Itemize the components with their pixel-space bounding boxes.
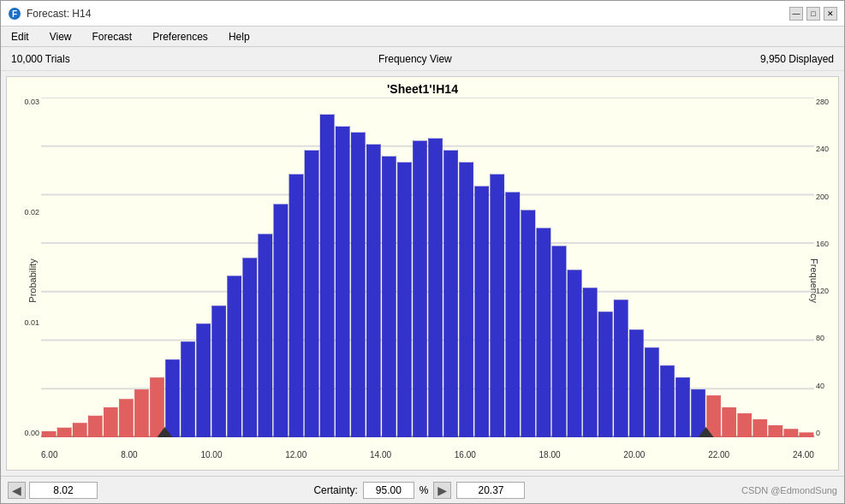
menu-item-view[interactable]: View	[46, 31, 75, 43]
histogram-bar	[73, 423, 86, 437]
histogram-bar	[723, 407, 736, 437]
chart-title: 'Sheet1'!H14	[7, 77, 838, 98]
histogram-bar	[800, 432, 813, 437]
histogram-bar	[366, 145, 380, 437]
chart-inner: Probability Frequency 0.03 0.02 0.01 0.0…	[7, 98, 838, 463]
certainty-input[interactable]	[363, 482, 414, 499]
histogram-bar	[197, 323, 211, 437]
histogram-bar	[382, 157, 396, 437]
histogram-bar	[568, 270, 581, 437]
displayed-count: 9,950 Displayed	[760, 53, 834, 65]
menu-item-forecast[interactable]: Forecast	[88, 31, 135, 43]
histogram-bar	[150, 377, 164, 437]
y-axis-right-ticks: 280 240 200 160 120 80 40 0	[816, 98, 838, 437]
histogram-bar	[614, 299, 628, 437]
histogram-bar	[212, 305, 226, 437]
stats-bar: 10,000 Trials Frequency View 9,950 Displ…	[1, 47, 844, 71]
histogram-bar	[784, 429, 798, 437]
histogram-bar	[583, 288, 597, 437]
histogram-bar	[443, 151, 457, 437]
histogram-bar	[691, 389, 705, 437]
x-axis-labels: 6.00 8.00 10.00 12.00 14.00 16.00 18.00 …	[41, 450, 814, 460]
histogram-bar	[274, 205, 288, 437]
histogram-bar	[181, 341, 194, 437]
histogram-bar	[351, 133, 365, 437]
title-bar: F Forecast: H14 — □ ✕	[1, 1, 844, 27]
maximize-button[interactable]: □	[806, 7, 820, 21]
bottom-left: ◀ 8.02	[8, 482, 98, 499]
bottom-right: CSDN @EdmondSung	[741, 485, 837, 495]
view-type: Frequency View	[378, 53, 452, 65]
close-button[interactable]: ✕	[824, 7, 837, 21]
histogram-bar	[259, 234, 272, 437]
nav-left-arrow[interactable]: ◀	[8, 482, 26, 499]
histogram-bar	[228, 276, 241, 437]
histogram-bar	[104, 407, 117, 437]
histogram-chart	[41, 98, 814, 437]
histogram-bar	[460, 163, 473, 437]
menu-item-edit[interactable]: Edit	[8, 31, 33, 43]
histogram-bar	[491, 175, 504, 437]
main-window: F Forecast: H14 — □ ✕ EditViewForecastPr…	[0, 0, 845, 504]
bottom-center: Certainty: % ◀ 20.37	[313, 482, 525, 499]
watermark-text: CSDN @EdmondSung	[741, 485, 837, 495]
histogram-bar	[413, 141, 426, 437]
histogram-bar	[753, 419, 767, 437]
window-controls: — □ ✕	[789, 7, 837, 21]
y-axis-left-ticks: 0.03 0.02 0.01 0.00	[12, 98, 39, 437]
histogram-bar	[598, 311, 612, 437]
histogram-bar	[42, 431, 56, 437]
histogram-bar	[537, 228, 550, 437]
trials-count: 10,000 Trials	[11, 53, 70, 65]
percent-label: %	[420, 484, 429, 496]
histogram-bar	[645, 347, 658, 437]
right-threshold-value[interactable]: 20.37	[456, 482, 525, 499]
chart-area: 'Sheet1'!H14 Probability Frequency 0.03 …	[6, 76, 839, 471]
histogram-bar	[289, 175, 303, 437]
histogram-bar	[134, 389, 148, 437]
histogram-bar	[552, 246, 566, 437]
minimize-button[interactable]: —	[789, 7, 803, 21]
histogram-bar	[397, 163, 411, 437]
title-bar-left: F Forecast: H14	[8, 7, 91, 21]
bottom-bar: ◀ 8.02 Certainty: % ◀ 20.37 CSDN @Edmond…	[1, 476, 844, 503]
histogram-bar	[88, 416, 102, 437]
histogram-bar	[57, 428, 71, 437]
histogram-bar	[336, 127, 349, 437]
histogram-bar	[506, 193, 520, 437]
left-threshold-value[interactable]: 8.02	[29, 482, 98, 499]
histogram-bar	[629, 329, 643, 437]
histogram-bar	[738, 413, 752, 437]
histogram-bar	[243, 258, 257, 437]
histogram-bar	[475, 187, 489, 437]
histogram-bar	[428, 139, 442, 437]
menu-bar: EditViewForecastPreferencesHelp	[1, 27, 844, 47]
nav-right-arrow[interactable]: ◀	[433, 482, 451, 499]
histogram-bar	[675, 377, 689, 437]
menu-item-help[interactable]: Help	[225, 31, 253, 43]
histogram-bar	[660, 365, 674, 437]
histogram-bar	[769, 425, 783, 437]
histogram-bar	[305, 151, 318, 437]
app-icon: F	[8, 7, 21, 21]
histogram-bar	[119, 399, 133, 437]
histogram-bar	[165, 359, 179, 437]
histogram-bar	[521, 210, 535, 437]
window-title: Forecast: H14	[27, 8, 91, 20]
certainty-label: Certainty:	[313, 484, 357, 496]
menu-item-preferences[interactable]: Preferences	[149, 31, 211, 43]
histogram-bar	[320, 115, 334, 437]
svg-text:F: F	[12, 9, 17, 19]
